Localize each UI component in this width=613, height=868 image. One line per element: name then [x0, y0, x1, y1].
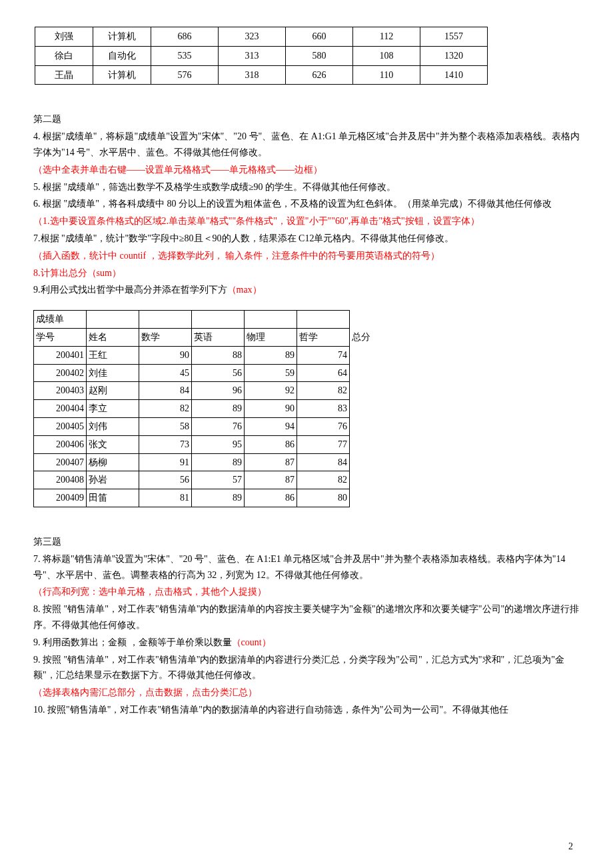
- table-cell: 74: [297, 346, 350, 364]
- table-cell: 孙岩: [87, 471, 139, 489]
- table-cell: 计算机: [93, 65, 151, 85]
- table2-header-cell: 数学: [139, 328, 192, 346]
- grade-sheet-table: 成绩单 学号姓名数学英语物理哲学总分 200401王红9088897420040…: [33, 310, 388, 507]
- table-cell: 1410: [420, 65, 488, 85]
- s3-q9a-text: 9. 利用函数算出；金额 ，金额等于单价乘以数量: [33, 637, 232, 647]
- table-row: 200404李立82899083: [34, 400, 388, 418]
- s3-q10-text: 10. 按照"销售清单"，对工作表"销售清单"内的数据清单的内容进行自动筛选，条…: [33, 702, 580, 718]
- table-cell: 89: [192, 489, 245, 507]
- table-cell: 1320: [420, 46, 488, 65]
- table-cell: 计算机: [93, 27, 151, 47]
- table-cell: 200405: [34, 417, 87, 435]
- table-cell: 91: [139, 453, 192, 471]
- table-cell: 200406: [34, 435, 87, 453]
- q9-note: （max）: [227, 285, 262, 295]
- table-cell: 200409: [34, 489, 87, 507]
- table-cell: 84: [297, 453, 350, 471]
- table2-header-cell: 姓名: [87, 328, 139, 346]
- table-row: 200403赵刚84969282: [34, 382, 388, 400]
- table-cell: 686: [151, 27, 219, 47]
- table-cell: 58: [139, 417, 192, 435]
- table-cell: 徐白: [35, 46, 93, 65]
- table-row: 200402刘佳45565964: [34, 364, 388, 382]
- section3-heading: 第三题: [33, 534, 580, 550]
- table-cell: 64: [297, 364, 350, 382]
- table2-header-cell: 哲学: [297, 328, 350, 346]
- table-cell: 李立: [87, 400, 139, 418]
- table-cell: 96: [192, 382, 245, 400]
- q6-note: （1.选中要设置条件格式的区域2.单击菜单"格式""条件格式"，设置"小于""6…: [33, 213, 580, 229]
- table-cell: 赵刚: [87, 382, 139, 400]
- table-cell: 200403: [34, 382, 87, 400]
- table-cell: 45: [139, 364, 192, 382]
- table-cell: 自动化: [93, 46, 151, 65]
- table-row: 200406张文73958677: [34, 435, 388, 453]
- table-cell: 318: [219, 65, 286, 85]
- q9-text: 9.利用公式找出哲学中最高分并添在哲学列下方: [33, 285, 227, 295]
- table-cell: 83: [297, 400, 350, 418]
- table-cell: 110: [353, 65, 420, 85]
- table-cell: 95: [192, 435, 245, 453]
- table-cell: 576: [151, 65, 219, 85]
- q5-text: 5. 根据 "成绩单"，筛选出数学不及格学生或数学成绩≥90 的学生。不得做其他…: [33, 179, 580, 195]
- table-row: 200405刘伟58769476: [34, 417, 388, 435]
- table-cell: 76: [192, 417, 245, 435]
- table-row: 200409田笛81898680: [34, 489, 388, 507]
- table-cell: 580: [286, 46, 353, 65]
- table-cell: 112: [353, 27, 420, 47]
- table-cell: 200407: [34, 453, 87, 471]
- table-cell: 刘强: [35, 27, 93, 47]
- table2-total-header: 总分: [350, 328, 388, 346]
- table-cell: 88: [192, 346, 245, 364]
- table2-title-cell: 成绩单: [34, 311, 87, 329]
- s3-q9a-note: （count）: [232, 637, 271, 647]
- table-cell: 56: [139, 471, 192, 489]
- table-cell: 108: [353, 46, 420, 65]
- table-cell: 田笛: [87, 489, 139, 507]
- table-cell: 313: [219, 46, 286, 65]
- table-cell: 200402: [34, 364, 87, 382]
- table-cell: 82: [297, 471, 350, 489]
- table-cell: 92: [245, 382, 297, 400]
- table-cell: 56: [192, 364, 245, 382]
- table-cell: 82: [297, 382, 350, 400]
- table-cell: 90: [139, 346, 192, 364]
- table-cell: 张文: [87, 435, 139, 453]
- table-row: 刘强计算机6863236601121557: [35, 27, 488, 47]
- table-cell: 660: [286, 27, 353, 47]
- s3-q7-text: 7. 将标题"销售清单"设置为"宋体"、"20 号"、蓝色、在 A1:E1 单元…: [33, 551, 580, 583]
- table-cell: 87: [245, 453, 297, 471]
- table-cell: 90: [245, 400, 297, 418]
- table-cell: 王晶: [35, 65, 93, 85]
- q9-line: 9.利用公式找出哲学中最高分并添在哲学列下方（max）: [33, 282, 580, 298]
- table-cell: 73: [139, 435, 192, 453]
- table-cell: 200408: [34, 471, 87, 489]
- table-cell: 59: [245, 364, 297, 382]
- table-row: 200401王红90888974: [34, 346, 388, 364]
- table-cell: 89: [192, 400, 245, 418]
- q8-text: 8.计算出总分（sum）: [33, 265, 580, 281]
- table-cell: 刘佳: [87, 364, 139, 382]
- table-cell: 200404: [34, 400, 87, 418]
- q6-text: 6. 根据 "成绩单"，将各科成绩中 80 分以上的设置为粗体蓝色，不及格的设置…: [33, 196, 580, 212]
- table-cell: 81: [139, 489, 192, 507]
- table-cell: 323: [219, 27, 286, 47]
- q4-text: 4. 根据"成绩单"，将标题"成绩单"设置为"宋体"、"20 号"、蓝色、在 A…: [33, 129, 580, 161]
- table-cell: 77: [297, 435, 350, 453]
- table-cell: 87: [245, 471, 297, 489]
- s3-q8-text: 8. 按照 "销售清单"，对工作表"销售清单"内的数据清单的内容按主要关键字为"…: [33, 601, 580, 633]
- table-cell: 杨柳: [87, 453, 139, 471]
- table-cell: 626: [286, 65, 353, 85]
- s3-q9b-note: （选择表格内需汇总部分，点击数据，点击分类汇总）: [33, 685, 580, 701]
- table-cell: 535: [151, 46, 219, 65]
- table-cell: 89: [245, 346, 297, 364]
- table-row: 200407杨柳91898784: [34, 453, 388, 471]
- table2-header-row: 学号姓名数学英语物理哲学总分: [34, 328, 388, 346]
- table-cell: 刘伟: [87, 417, 139, 435]
- q7-text: 7.根据 "成绩单"，统计"数学"字段中≥80且＜90的人数，结果添在 C12单…: [33, 231, 580, 247]
- s3-q7-note: （行高和列宽：选中单元格，点击格式，其他个人捉摸）: [33, 584, 580, 600]
- table-cell: 76: [297, 417, 350, 435]
- table-cell: 94: [245, 417, 297, 435]
- table-cell: 89: [192, 453, 245, 471]
- table-cell: 200401: [34, 346, 87, 364]
